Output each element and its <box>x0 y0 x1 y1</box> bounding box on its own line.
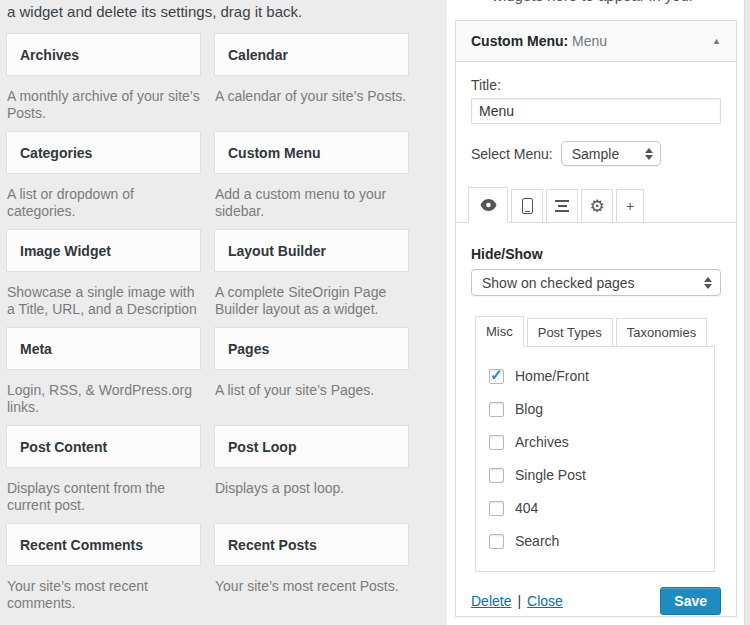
widget-card[interactable]: Post Loop <box>214 425 409 468</box>
tab-add[interactable]: + <box>616 189 644 223</box>
select-menu-row: Select Menu: Sample <box>471 141 721 166</box>
checkbox-row[interactable]: ✓ Blog <box>489 401 704 417</box>
visibility-tab-misc[interactable]: Misc <box>475 316 524 347</box>
hide-show-value: Show on checked pages <box>482 275 635 291</box>
widget-card[interactable]: Image Widget <box>6 229 201 272</box>
widget-description: A list of your site’s Pages. <box>214 382 409 399</box>
delete-link[interactable]: Delete <box>471 593 511 609</box>
widget-title: Recent Comments <box>20 537 143 553</box>
widget-grid: Archives A monthly archive of your site’… <box>6 33 441 621</box>
sidebar-panel: widgets here to appear in your Custom Me… <box>447 0 750 625</box>
checkbox-row[interactable]: ✓ Home/Front <box>489 368 704 384</box>
checkbox-label: Blog <box>515 401 543 417</box>
checkbox[interactable]: ✓ <box>489 468 504 483</box>
widget-body: Title: Select Menu: Sample <box>456 62 736 625</box>
select-arrows-icon <box>704 277 712 289</box>
sidebar-partial-text: widgets here to appear in your <box>447 0 739 4</box>
widget-title: Post Content <box>20 439 107 455</box>
checkbox-row[interactable]: ✓ Search <box>489 533 704 549</box>
widget-icon-tabs: ⚙ + <box>456 187 736 223</box>
hide-show-dropdown[interactable]: Show on checked pages <box>471 269 721 296</box>
save-button[interactable]: Save <box>660 587 721 615</box>
tab-alignment[interactable] <box>546 189 578 223</box>
widgets-admin-page: a widget and delete its settings, drag i… <box>0 0 750 625</box>
title-label: Title: <box>471 77 721 93</box>
checkbox[interactable]: ✓ <box>489 435 504 450</box>
footer-separator: | <box>517 593 521 609</box>
widget-card[interactable]: Meta <box>6 327 201 370</box>
widget-header[interactable]: Custom Menu: Menu ▲ <box>456 21 736 62</box>
widget-title: Pages <box>228 341 269 357</box>
widget-description: Displays content from the current post. <box>6 480 201 514</box>
widget-title: Post Loop <box>228 439 296 455</box>
widget-title: Calendar <box>228 47 288 63</box>
check-icon: ✓ <box>490 366 503 384</box>
widget-description: Your site’s most recent Posts. <box>214 578 409 595</box>
widget-title: Archives <box>20 47 79 63</box>
widget-cell: Image Widget Showcase a single image wit… <box>6 229 201 318</box>
available-widgets-panel: a widget and delete its settings, drag i… <box>0 0 447 625</box>
widget-footer: Delete | Close Save <box>471 587 721 615</box>
widget-card[interactable]: Calendar <box>214 33 409 76</box>
eye-icon <box>480 199 497 211</box>
checkbox-label: Home/Front <box>515 368 589 384</box>
visibility-tab-post-types[interactable]: Post Types <box>527 318 613 347</box>
checkbox-label: 404 <box>515 500 538 516</box>
widget-description: A monthly archive of your site’s Posts. <box>6 88 201 122</box>
widget-card[interactable]: Layout Builder <box>214 229 409 272</box>
widget-cell: Post Content Displays content from the c… <box>6 425 201 514</box>
widget-cell: Recent Comments Your site’s most recent … <box>6 523 201 612</box>
widget-card[interactable]: Categories <box>6 131 201 174</box>
collapse-icon[interactable]: ▲ <box>712 36 721 46</box>
tab-mobile[interactable] <box>511 189 543 223</box>
visibility-tab-taxonomies[interactable]: Taxonomies <box>616 318 707 347</box>
widget-header-title: Custom Menu: Menu <box>471 33 607 49</box>
tab-visibility[interactable] <box>468 187 508 223</box>
widget-description: Showcase a single image with a Title, UR… <box>6 284 201 318</box>
widget-card[interactable]: Recent Comments <box>6 523 201 566</box>
checkbox-label: Archives <box>515 434 569 450</box>
checkbox-label: Search <box>515 533 559 549</box>
widget-cell: Post Loop Displays a post loop. <box>214 425 409 514</box>
checkbox-label: Single Post <box>515 467 586 483</box>
checkbox[interactable]: ✓ <box>489 501 504 516</box>
select-menu-label: Select Menu: <box>471 146 553 162</box>
checkbox[interactable]: ✓ <box>489 369 504 384</box>
widget-cell: Pages A list of your site’s Pages. <box>214 327 409 416</box>
widget-cell: Layout Builder A complete SiteOrigin Pag… <box>214 229 409 318</box>
close-link[interactable]: Close <box>527 593 563 609</box>
widget-description: Displays a post loop. <box>214 480 409 497</box>
widget-description: Your site’s most recent comments. <box>6 578 201 612</box>
widget-cell: Meta Login, RSS, & WordPress.org links. <box>6 327 201 416</box>
widget-card[interactable]: Pages <box>214 327 409 370</box>
widget-title: Layout Builder <box>228 243 326 259</box>
checkbox-row[interactable]: ✓ Archives <box>489 434 704 450</box>
widget-cell: Custom Menu Add a custom menu to your si… <box>214 131 409 220</box>
scrollbar-track[interactable] <box>744 0 750 625</box>
widget-card[interactable]: Post Content <box>6 425 201 468</box>
widget-title: Custom Menu <box>228 145 321 161</box>
intro-text: a widget and delete its settings, drag i… <box>6 2 441 33</box>
widget-description: A calendar of your site’s Posts. <box>214 88 409 105</box>
widget-description: A list or dropdown of categories. <box>6 186 201 220</box>
widget-title: Recent Posts <box>228 537 317 553</box>
widget-description: Login, RSS, & WordPress.org links. <box>6 382 201 416</box>
select-menu-dropdown[interactable]: Sample <box>561 141 661 166</box>
widget-description: Add a custom menu to your sidebar. <box>214 186 409 220</box>
widget-card[interactable]: Recent Posts <box>214 523 409 566</box>
widget-cell: Archives A monthly archive of your site’… <box>6 33 201 122</box>
tab-settings[interactable]: ⚙ <box>581 189 613 223</box>
plus-icon: + <box>626 198 634 214</box>
checkbox-row[interactable]: ✓ 404 <box>489 500 704 516</box>
hide-show-label: Hide/Show <box>471 246 721 262</box>
widget-title: Image Widget <box>20 243 111 259</box>
widget-cell: Recent Posts Your site’s most recent Pos… <box>214 523 409 612</box>
title-input[interactable] <box>471 98 721 124</box>
widget-card[interactable]: Archives <box>6 33 201 76</box>
widget-card[interactable]: Custom Menu <box>214 131 409 174</box>
checkbox[interactable]: ✓ <box>489 402 504 417</box>
widget-title: Categories <box>20 145 92 161</box>
checkbox[interactable]: ✓ <box>489 534 504 549</box>
widget-title: Meta <box>20 341 52 357</box>
checkbox-row[interactable]: ✓ Single Post <box>489 467 704 483</box>
